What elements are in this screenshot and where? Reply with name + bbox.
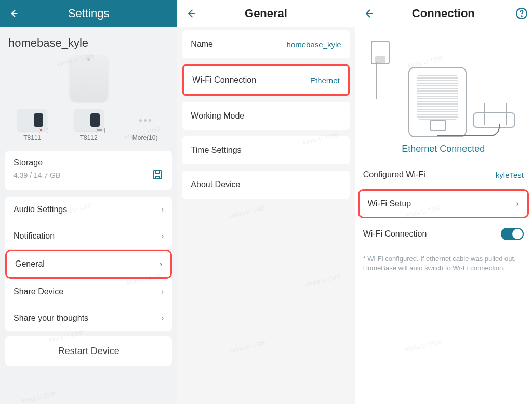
device-label: T8112 — [80, 134, 98, 141]
restart-label: Restart Device — [58, 346, 119, 356]
row-share-thoughts[interactable]: Share your thoughts › — [5, 305, 172, 331]
row-value: homebase_kyle — [287, 40, 341, 49]
watermark: Alivia Li 1386 — [305, 272, 343, 289]
device-name: homebase_kyle — [0, 27, 177, 53]
general-panel: General Name homebase_kyle Wi-Fi Connect… — [177, 0, 354, 404]
more-label: More(10) — [132, 134, 158, 141]
help-icon[interactable] — [515, 7, 528, 20]
devices-row: T8111 T8112 More(10) — [0, 106, 177, 149]
chevron-right-icon: › — [161, 205, 164, 214]
storage-label: Storage — [14, 158, 164, 167]
row-time-settings[interactable]: Time Settings — [182, 136, 349, 164]
restart-device-button[interactable]: Restart Device — [5, 336, 172, 366]
row-configured-wifi[interactable]: Configured Wi-Fi kyleTest — [355, 162, 532, 188]
device-label: T8111 — [23, 134, 41, 141]
watermark: Alivia Li 1386 — [20, 389, 58, 404]
battery-icon — [96, 128, 105, 133]
row-label: Time Settings — [191, 146, 241, 155]
row-notification[interactable]: Notification › — [5, 223, 172, 250]
connection-panel: Connection Ethernet Connected Configured… — [355, 0, 532, 404]
row-audio-settings[interactable]: Audio Settings › — [5, 197, 172, 223]
row-label: About Device — [191, 180, 240, 189]
chevron-right-icon: › — [161, 287, 164, 296]
row-wifi-connection[interactable]: Wi-Fi Connection Ethernet — [182, 64, 349, 96]
row-label: General — [15, 259, 45, 269]
storage-value: 4.39 / 14.7 GB — [14, 171, 60, 179]
row-label: Wi-Fi Setup — [368, 199, 411, 208]
row-value: kyleTest — [496, 171, 524, 179]
row-label: Wi-Fi Connection — [192, 75, 256, 85]
device-item-t8111[interactable]: T8111 — [17, 109, 47, 141]
device-item-more[interactable]: More(10) — [130, 109, 160, 141]
ethernet-status: Ethernet Connected — [355, 144, 532, 154]
row-label: Working Mode — [191, 111, 244, 121]
general-title: General — [184, 7, 347, 20]
row-general[interactable]: General › — [5, 250, 172, 279]
chevron-right-icon: › — [516, 199, 519, 208]
camera-icon — [74, 109, 104, 131]
row-wifi-setup[interactable]: Wi-Fi Setup › — [358, 189, 529, 218]
settings-list: Audio Settings › Notification › General … — [5, 197, 172, 331]
watermark: Alivia Li 1386 — [229, 204, 267, 220]
chevron-right-icon: › — [159, 259, 162, 269]
storage-card[interactable]: Storage 4.39 / 14.7 GB — [5, 151, 172, 190]
svg-rect-0 — [153, 171, 162, 179]
hub-image — [0, 53, 177, 106]
row-label: Audio Settings — [14, 205, 67, 214]
row-value: Ethernet — [310, 76, 340, 85]
row-share-device[interactable]: Share Device › — [5, 279, 172, 305]
row-label: Notification — [14, 231, 55, 241]
connection-title: Connection — [362, 7, 525, 20]
wifi-footnote: * Wi-Fi configured. If ethernet cable wa… — [355, 249, 532, 273]
row-about-device[interactable]: About Device — [182, 171, 349, 199]
row-working-mode[interactable]: Working Mode — [182, 102, 349, 130]
settings-title: Settings — [7, 7, 170, 20]
watermark: Alivia Li 1386 — [404, 338, 442, 354]
chevron-right-icon: › — [161, 314, 164, 323]
settings-header: Settings — [0, 0, 177, 27]
row-name[interactable]: Name homebase_kyle — [182, 30, 349, 58]
disk-icon[interactable] — [151, 168, 164, 183]
more-icon — [130, 109, 160, 131]
outlet-icon — [371, 41, 390, 64]
chevron-right-icon: › — [161, 231, 164, 241]
row-label: Wi-Fi Connection — [363, 229, 427, 239]
general-header: General — [177, 0, 354, 27]
connection-illustration — [368, 31, 518, 140]
watermark: Alivia Li 1386 — [229, 339, 267, 355]
device-item-t8112[interactable]: T8112 — [74, 109, 104, 141]
row-label: Share your thoughts — [14, 314, 88, 323]
row-label: Name — [191, 40, 213, 49]
svg-point-2 — [521, 16, 522, 17]
row-label: Configured Wi-Fi — [363, 170, 425, 179]
settings-panel: Settings homebase_kyle T8111 T8112 More(… — [0, 0, 177, 404]
row-label: Share Device — [14, 287, 63, 296]
wifi-toggle[interactable] — [501, 228, 524, 240]
row-wifi-connection-toggle: Wi-Fi Connection — [355, 219, 532, 249]
battery-low-icon — [39, 128, 48, 133]
camera-icon — [17, 109, 47, 131]
connection-header: Connection — [355, 0, 532, 27]
